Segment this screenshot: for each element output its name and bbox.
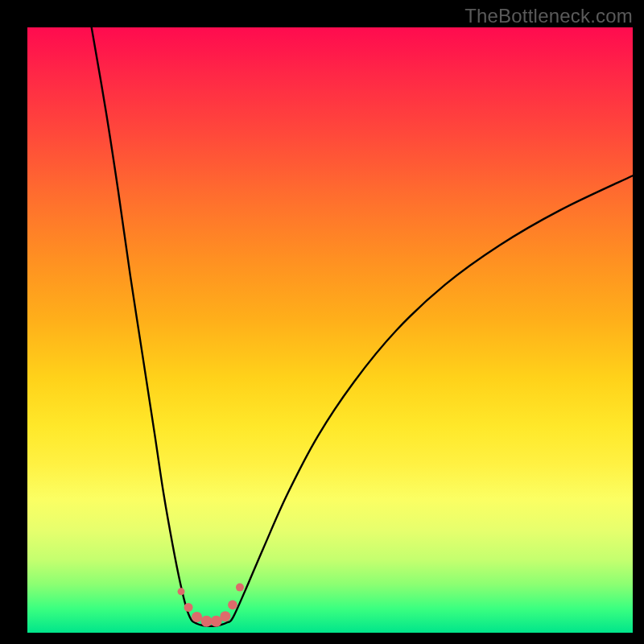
- valley-marker: [236, 584, 244, 592]
- bottleneck-curve: [27, 27, 633, 633]
- valley-marker: [228, 601, 237, 610]
- frame: TheBottleneck.com: [0, 0, 644, 644]
- valley-marker: [184, 603, 193, 612]
- valley-marker: [192, 612, 202, 622]
- valley-marker: [220, 611, 230, 621]
- watermark-text: TheBottleneck.com: [464, 5, 633, 27]
- valley-markers: [178, 584, 244, 627]
- valley-marker: [201, 616, 213, 627]
- curve-path: [92, 27, 633, 626]
- plot-area: [27, 27, 633, 633]
- valley-marker: [178, 588, 185, 595]
